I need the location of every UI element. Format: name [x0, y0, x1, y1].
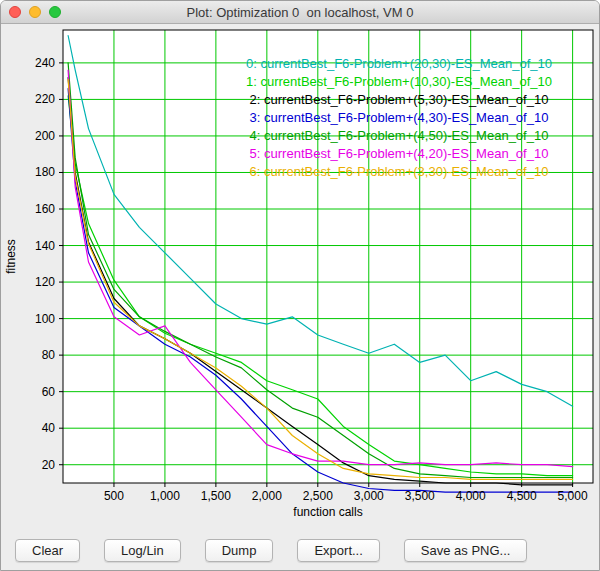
svg-text:500: 500 [104, 489, 124, 503]
traffic-lights [9, 1, 61, 23]
svg-text:3,500: 3,500 [405, 489, 435, 503]
fitness-chart: 204060801001201401601802002202405001,000… [1, 24, 600, 527]
svg-text:80: 80 [42, 348, 56, 362]
export-button[interactable]: Export... [297, 539, 379, 562]
svg-text:60: 60 [42, 385, 56, 399]
save-as-png-button[interactable]: Save as PNG... [404, 539, 528, 562]
svg-text:4,500: 4,500 [507, 489, 537, 503]
dump-button[interactable]: Dump [205, 539, 274, 562]
svg-text:fitness: fitness [4, 239, 18, 274]
svg-text:0: currentBest_F6-Problem+(20,: 0: currentBest_F6-Problem+(20,30)-ES_Mea… [246, 56, 552, 71]
svg-text:160: 160 [35, 202, 55, 216]
svg-text:40: 40 [42, 421, 56, 435]
svg-text:6: currentBest_F6-Problem+(3,3: 6: currentBest_F6-Problem+(3,30)-ES_Mean… [250, 164, 549, 179]
plot-window: Plot: Optimization 0 on localhost, VM 0 … [0, 0, 600, 571]
svg-text:140: 140 [35, 239, 55, 253]
svg-text:180: 180 [35, 165, 55, 179]
log-lin-button[interactable]: Log/Lin [104, 539, 181, 562]
close-button[interactable] [9, 6, 21, 18]
svg-text:1,000: 1,000 [150, 489, 180, 503]
svg-text:2: currentBest_F6-Problem+(5,3: 2: currentBest_F6-Problem+(5,30)-ES_Mean… [250, 92, 549, 107]
svg-text:1: currentBest_F6-Problem+(10,: 1: currentBest_F6-Problem+(10,30)-ES_Mea… [246, 74, 552, 89]
svg-text:3: currentBest_F6-Problem+(4,3: 3: currentBest_F6-Problem+(4,30)-ES_Mean… [250, 110, 549, 125]
svg-text:function calls: function calls [293, 505, 362, 519]
svg-text:4: currentBest_F6-Problem+(4,5: 4: currentBest_F6-Problem+(4,50)-ES_Mean… [250, 128, 549, 143]
svg-text:120: 120 [35, 275, 55, 289]
svg-text:200: 200 [35, 129, 55, 143]
svg-text:3,000: 3,000 [354, 489, 384, 503]
minimize-button[interactable] [29, 6, 41, 18]
svg-text:220: 220 [35, 92, 55, 106]
svg-text:1,500: 1,500 [201, 489, 231, 503]
svg-text:240: 240 [35, 56, 55, 70]
svg-text:20: 20 [42, 458, 56, 472]
svg-text:100: 100 [35, 312, 55, 326]
svg-text:5,000: 5,000 [558, 489, 588, 503]
zoom-button[interactable] [49, 6, 61, 18]
svg-text:2,000: 2,000 [252, 489, 282, 503]
plot-area: 204060801001201401601802002202405001,000… [1, 24, 599, 527]
svg-text:4,000: 4,000 [456, 489, 486, 503]
svg-text:5: currentBest_F6-Problem+(4,2: 5: currentBest_F6-Problem+(4,20)-ES_Mean… [250, 146, 549, 161]
titlebar[interactable]: Plot: Optimization 0 on localhost, VM 0 [1, 1, 599, 24]
clear-button[interactable]: Clear [15, 539, 80, 562]
button-bar: Clear Log/Lin Dump Export... Save as PNG… [1, 527, 599, 571]
window-title: Plot: Optimization 0 on localhost, VM 0 [187, 5, 414, 20]
svg-text:2,500: 2,500 [303, 489, 333, 503]
